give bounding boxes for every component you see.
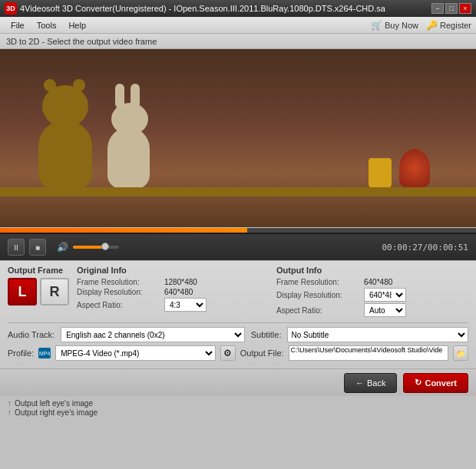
menu-help[interactable]: Help xyxy=(62,19,92,31)
left-eye-button[interactable]: L xyxy=(8,278,37,306)
volume-thumb xyxy=(101,243,109,250)
output-display-resolution-row: Display Resolution: 640*480 1280*720 192… xyxy=(276,288,468,302)
original-frame-resolution-value: 1280*480 xyxy=(164,278,197,286)
stop-icon: ■ xyxy=(35,243,40,252)
right-eye-button[interactable]: R xyxy=(40,278,69,306)
output-info-box: Output Info Frame Resolution: 640*480 Di… xyxy=(276,266,468,319)
bottom-bar: ← Back ↻ Convert xyxy=(0,368,476,396)
profile-format-icon: MP4 xyxy=(38,348,51,358)
scene-item-2 xyxy=(369,158,392,187)
controls-bar: ⏸ ■ 🔊 00:00:27/00:00:51 xyxy=(0,234,476,260)
volume-slider[interactable] xyxy=(73,246,119,249)
output-aspect-ratio-row: Aspect Ratio: Auto 4:3 16:9 xyxy=(276,303,468,317)
bear-body xyxy=(38,120,92,189)
back-button[interactable]: ← Back xyxy=(344,373,397,393)
output-file-label: Output File: xyxy=(240,348,284,358)
original-aspect-ratio-label: Aspect Ratio: xyxy=(77,301,161,309)
browse-button[interactable]: 📁 xyxy=(453,345,468,361)
title-bar-text: 4Videosoft 3D Converter(Unregistered) - … xyxy=(20,4,431,13)
key-icon: 🔑 xyxy=(426,20,438,31)
register-button[interactable]: 🔑 Register xyxy=(426,20,471,31)
right-tooltip-arrow: ↑ xyxy=(8,408,12,417)
pause-button[interactable]: ⏸ xyxy=(8,239,25,256)
back-label: Back xyxy=(367,378,385,388)
status-text: 3D to 2D - Select the output video frame xyxy=(6,37,157,46)
left-tooltip-text: Output left eye's image xyxy=(15,399,93,408)
menu-bar: File Tools Help 🛒 Buy Now 🔑 Register xyxy=(0,17,476,34)
status-bar: 3D to 2D - Select the output video frame xyxy=(0,34,476,49)
minimize-button[interactable]: − xyxy=(431,3,444,14)
cart-icon: 🛒 xyxy=(371,20,382,31)
output-file-path: C:\Users\User\Documents\4Videosoft Studi… xyxy=(289,345,448,361)
original-aspect-ratio-select[interactable]: 4:3 16:9 Auto xyxy=(164,298,207,312)
output-frame-resolution-value: 640*480 xyxy=(364,278,392,286)
settings-panel: Output Frame L R Original Info Frame Res… xyxy=(0,260,476,368)
profile-select[interactable]: MPEG-4 Video (*.mp4) AVI Video (*.avi) M… xyxy=(55,345,215,361)
left-tooltip-arrow: ↑ xyxy=(8,399,12,408)
rabbit-body xyxy=(107,127,150,189)
back-icon: ← xyxy=(355,378,364,388)
audio-track-label: Audio Track: xyxy=(8,330,55,339)
output-info-title: Output Info xyxy=(276,266,468,275)
original-aspect-ratio-row: Aspect Ratio: 4:3 16:9 Auto xyxy=(77,298,269,312)
output-frame-resolution-row: Frame Resolution: 640*480 xyxy=(276,278,468,286)
subtitle-label: Subtitle: xyxy=(251,330,282,339)
audio-subtitle-row: Audio Track: English aac 2 channels (0x2… xyxy=(8,327,468,342)
subtitle-select[interactable]: No Subtitle xyxy=(287,327,468,342)
title-bar-controls: − □ × xyxy=(431,3,471,14)
original-display-resolution-value: 640*480 xyxy=(164,288,193,296)
right-tooltip-line: ↑ Output right eye's image xyxy=(8,408,468,417)
scene-item-1 xyxy=(399,149,430,187)
time-display: 00:00:27/00:00:51 xyxy=(382,243,468,253)
output-frame-label: Output Frame xyxy=(8,266,63,275)
left-tooltip-line: ↑ Output left eye's image xyxy=(8,399,468,408)
progress-bar-area[interactable] xyxy=(0,228,476,234)
folder-icon: 📁 xyxy=(456,349,465,358)
profile-output-row: Profile: MP4 MPEG-4 Video (*.mp4) AVI Vi… xyxy=(8,345,468,361)
original-display-resolution-row: Display Resolution: 640*480 xyxy=(77,288,269,296)
output-display-resolution-select[interactable]: 640*480 1280*720 1920*1080 xyxy=(364,288,406,302)
progress-track[interactable] xyxy=(0,228,476,233)
progress-fill xyxy=(0,228,247,233)
menu-file[interactable]: File xyxy=(5,19,31,31)
video-area xyxy=(0,49,476,227)
original-frame-resolution-label: Frame Resolution: xyxy=(77,278,161,286)
lr-buttons: L R xyxy=(8,278,69,306)
original-frame-resolution-row: Frame Resolution: 1280*480 xyxy=(77,278,269,286)
settings-gear-button[interactable]: ⚙ xyxy=(220,345,236,361)
output-frame-box: Output Frame L R xyxy=(8,266,69,306)
convert-button[interactable]: ↻ Convert xyxy=(403,373,468,393)
convert-icon: ↻ xyxy=(415,378,421,388)
settings-row1: Output Frame L R Original Info Frame Res… xyxy=(8,266,468,319)
right-tooltip-text: Output right eye's image xyxy=(15,408,98,417)
output-display-resolution-label: Display Resolution: xyxy=(276,291,361,299)
tooltip-area: ↑ Output left eye's image ↑ Output right… xyxy=(0,396,476,419)
output-aspect-ratio-label: Aspect Ratio: xyxy=(276,306,361,315)
close-button[interactable]: × xyxy=(459,3,471,14)
original-info-box: Original Info Frame Resolution: 1280*480… xyxy=(77,266,269,313)
original-info-title: Original Info xyxy=(77,266,269,275)
separator-1 xyxy=(8,322,468,323)
volume-fill xyxy=(73,246,103,249)
original-display-resolution-label: Display Resolution: xyxy=(77,288,161,296)
menu-tools[interactable]: Tools xyxy=(31,19,63,31)
output-aspect-ratio-select[interactable]: Auto 4:3 16:9 xyxy=(364,303,406,317)
stop-button[interactable]: ■ xyxy=(29,239,46,256)
title-bar: 3D 4Videosoft 3D Converter(Unregistered)… xyxy=(0,0,476,17)
maximize-button[interactable]: □ xyxy=(445,3,458,14)
convert-label: Convert xyxy=(425,378,457,388)
buy-now-button[interactable]: 🛒 Buy Now xyxy=(371,20,418,31)
pause-icon: ⏸ xyxy=(12,243,20,252)
profile-label: Profile: xyxy=(8,348,34,358)
app-icon: 3D xyxy=(5,2,17,15)
gear-icon: ⚙ xyxy=(223,348,232,358)
output-frame-resolution-label: Frame Resolution: xyxy=(276,278,361,286)
menu-right: 🛒 Buy Now 🔑 Register xyxy=(371,20,471,31)
volume-icon: 🔊 xyxy=(57,242,68,253)
scene-shelf xyxy=(0,187,476,197)
audio-track-select[interactable]: English aac 2 channels (0x2) No Audio xyxy=(61,327,245,342)
